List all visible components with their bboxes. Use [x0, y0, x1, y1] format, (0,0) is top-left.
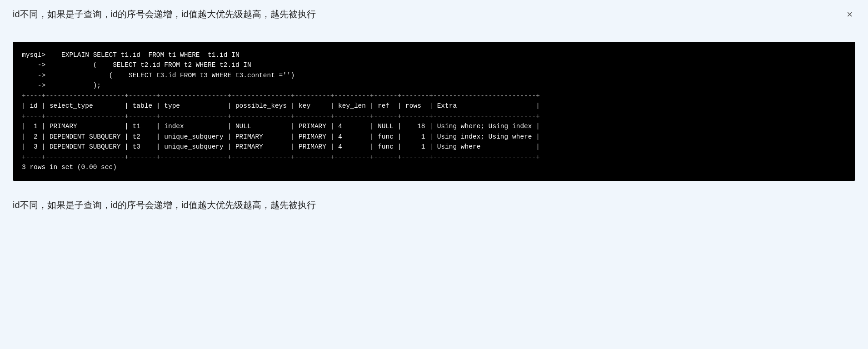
terminal-row3: | 3 | DEPENDENT SUBQUERY | t3 | unique_s… [22, 143, 540, 150]
terminal-header: | id | select_type | table | type | poss… [22, 102, 540, 110]
terminal-row2: | 2 | DEPENDENT SUBQUERY | t2 | unique_s… [22, 133, 540, 140]
dialog-title: id不同，如果是子查询，id的序号会递增，id值越大优先级越高，越先被执行 [13, 8, 316, 20]
terminal-row1: | 1 | PRIMARY | t1 | index | NULL | PRIM… [22, 123, 540, 130]
dialog: id不同，如果是子查询，id的序号会递增，id值越大优先级越高，越先被执行 × … [0, 0, 868, 349]
terminal-prompt4: -> ); [22, 82, 101, 89]
terminal-sep3: +----+--------------------+-------+-----… [22, 154, 540, 161]
terminal-sep1: +----+--------------------+-------+-----… [22, 92, 540, 100]
terminal-prompt3: -> ( SELECT t3.id FROM t3 WHERE t3.conte… [22, 72, 294, 79]
dialog-body: mysql> EXPLAIN SELECT t1.id FROM t1 WHER… [0, 27, 868, 226]
bottom-text: id不同，如果是子查询，id的序号会递增，id值越大优先级越高，越先被执行 [13, 199, 855, 211]
close-button[interactable]: × [844, 9, 855, 20]
dialog-header: id不同，如果是子查询，id的序号会递增，id值越大优先级越高，越先被执行 × [0, 0, 868, 27]
terminal-footer: 3 rows in set (0.00 sec) [22, 164, 117, 171]
terminal-block: mysql> EXPLAIN SELECT t1.id FROM t1 WHER… [13, 42, 855, 181]
terminal-prompt2: -> ( SELECT t2.id FROM t2 WHERE t2.id IN [22, 61, 251, 69]
terminal-prompt1: mysql> EXPLAIN SELECT t1.id FROM t1 WHER… [22, 51, 239, 59]
terminal-sep2: +----+--------------------+-------+-----… [22, 113, 540, 120]
